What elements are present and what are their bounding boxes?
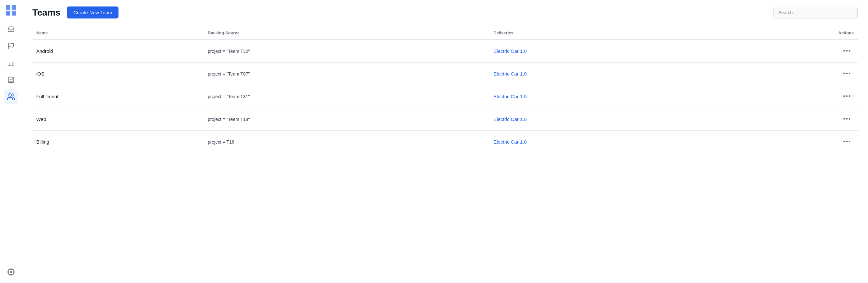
delivery-link[interactable]: Electric Car 1.0 <box>493 116 527 122</box>
sidebar-item-checklist[interactable] <box>4 73 18 87</box>
svg-rect-9 <box>8 77 13 83</box>
delivery-link[interactable]: Electric Car 1.0 <box>493 139 527 145</box>
col-header-deliveries: Deliveries <box>490 25 724 39</box>
table-row: Fulfillment project = "Team T31" Electri… <box>32 85 858 108</box>
delivery-link[interactable]: Electric Car 1.0 <box>493 48 527 54</box>
table-row: Web project = "Team T18" Electric Car 1.… <box>32 108 858 131</box>
create-team-button[interactable]: Create New Team <box>67 6 119 19</box>
table-row: iOS project = "Team T07" Electric Car 1.… <box>32 62 858 85</box>
teams-table-container: Name Backlog Source Deliveries Actions A… <box>22 25 868 283</box>
delivery-link[interactable]: Electric Car 1.0 <box>493 94 527 99</box>
svg-point-12 <box>10 271 12 273</box>
team-name-cell: Web <box>32 108 204 131</box>
backlog-source: project = T16 <box>208 139 235 145</box>
svg-rect-2 <box>6 11 10 16</box>
team-name: Web <box>36 116 46 122</box>
backlog-source-cell: project = "Team T07" <box>204 62 490 85</box>
team-name: Billing <box>36 139 49 145</box>
actions-cell: ••• <box>724 108 858 131</box>
table-header: Name Backlog Source Deliveries Actions <box>32 25 858 39</box>
page-title: Teams <box>32 7 61 18</box>
table-row: Billing project = T16 Electric Car 1.0 •… <box>32 131 858 153</box>
backlog-source: project = "Team T07" <box>208 71 250 77</box>
sidebar-item-settings[interactable] <box>4 265 18 279</box>
sidebar <box>0 0 22 283</box>
deliveries-cell: Electric Car 1.0 <box>490 131 724 153</box>
search-input[interactable] <box>773 7 858 19</box>
teams-tbody: Android project = "Team T32" Electric Ca… <box>32 39 858 153</box>
checklist-icon <box>7 76 14 83</box>
team-name: Android <box>36 48 53 54</box>
inbox-icon <box>7 26 14 33</box>
sidebar-item-inbox[interactable] <box>4 22 18 36</box>
deliveries-cell: Electric Car 1.0 <box>490 85 724 108</box>
table-row: Android project = "Team T32" Electric Ca… <box>32 39 858 62</box>
actions-cell: ••• <box>724 85 858 108</box>
more-actions-button[interactable]: ••• <box>840 46 854 56</box>
settings-icon <box>7 268 14 276</box>
actions-cell: ••• <box>724 62 858 85</box>
svg-rect-3 <box>12 11 16 16</box>
svg-rect-0 <box>6 5 10 10</box>
backlog-source-cell: project = "Team T31" <box>204 85 490 108</box>
deliveries-cell: Electric Car 1.0 <box>490 39 724 62</box>
col-header-actions: Actions <box>724 25 858 39</box>
deliveries-cell: Electric Car 1.0 <box>490 108 724 131</box>
team-name-cell: iOS <box>32 62 204 85</box>
main-content: Teams Create New Team Name Backlog Sourc… <box>22 0 868 283</box>
more-actions-button[interactable]: ••• <box>840 69 854 79</box>
table-header-row: Name Backlog Source Deliveries Actions <box>32 25 858 39</box>
svg-point-11 <box>9 94 11 96</box>
teams-icon <box>7 93 15 101</box>
backlog-source: project = "Team T18" <box>208 117 250 122</box>
delivery-link[interactable]: Electric Car 1.0 <box>493 71 527 77</box>
teams-table: Name Backlog Source Deliveries Actions A… <box>32 25 858 153</box>
col-header-name: Name <box>32 25 204 39</box>
team-name-cell: Fulfillment <box>32 85 204 108</box>
page-header: Teams Create New Team <box>22 0 868 25</box>
sidebar-item-flag[interactable] <box>4 39 18 53</box>
team-name-cell: Android <box>32 39 204 62</box>
backlog-source-cell: project = "Team T32" <box>204 39 490 62</box>
team-name-cell: Billing <box>32 131 204 153</box>
backlog-source: project = "Team T32" <box>208 49 250 54</box>
team-name: iOS <box>36 71 44 77</box>
backlog-source: project = "Team T31" <box>208 94 250 99</box>
app-logo <box>4 4 18 17</box>
sidebar-item-chart[interactable] <box>4 56 18 70</box>
more-actions-button[interactable]: ••• <box>840 114 854 124</box>
svg-rect-1 <box>12 5 16 10</box>
flag-icon <box>7 43 14 50</box>
actions-cell: ••• <box>724 39 858 62</box>
backlog-source-cell: project = "Team T18" <box>204 108 490 131</box>
deliveries-cell: Electric Car 1.0 <box>490 62 724 85</box>
sidebar-item-teams[interactable] <box>4 89 18 104</box>
team-name: Fulfillment <box>36 94 58 99</box>
more-actions-button[interactable]: ••• <box>840 137 854 146</box>
actions-cell: ••• <box>724 131 858 153</box>
backlog-source-cell: project = T16 <box>204 131 490 153</box>
col-header-backlog: Backlog Source <box>204 25 490 39</box>
chart-icon <box>7 59 14 66</box>
more-actions-button[interactable]: ••• <box>840 92 854 101</box>
